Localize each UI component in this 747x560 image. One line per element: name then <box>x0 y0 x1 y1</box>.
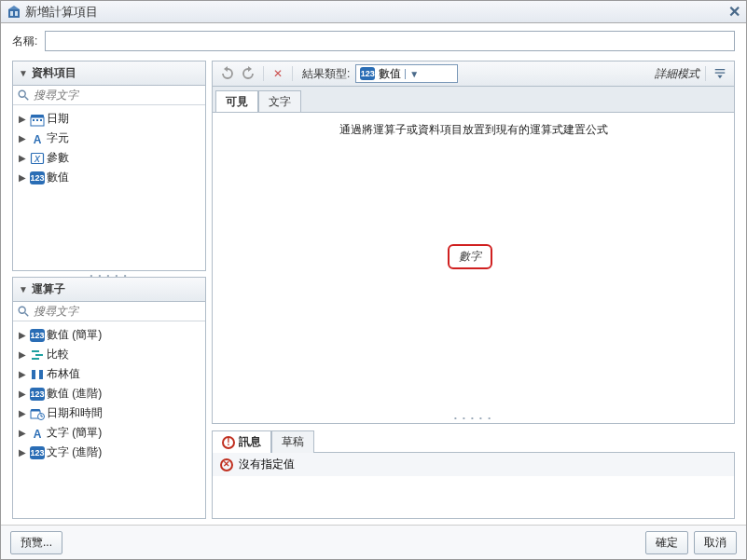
svg-rect-2 <box>15 11 18 16</box>
tree-item-boolean[interactable]: ▶ 布林值 <box>15 364 203 384</box>
separator <box>263 66 264 81</box>
expand-icon: ▶ <box>19 330 28 340</box>
tree-label: 數值 (進階) <box>47 386 102 402</box>
tree-label: 字元 <box>47 130 69 146</box>
svg-line-5 <box>25 97 29 101</box>
operators-search <box>13 302 205 321</box>
tree-label: 比較 <box>47 347 69 362</box>
operators-panel: ▼ 運算子 ▶ 123 數值 (簡單) ▶ 比較 ▶ <box>12 277 206 519</box>
left-column: ▼ 資料項目 ▶ 日期 ▶ A 字元 ▶ <box>12 61 206 519</box>
preview-button[interactable]: 預覽... <box>10 531 62 554</box>
datetime-icon <box>30 406 45 421</box>
close-icon[interactable]: ✕ <box>728 3 740 20</box>
data-items-header[interactable]: ▼ 資料項目 <box>13 61 205 86</box>
toolbar: ✕ 結果類型: 123 數值 ▼ 詳細模式 <box>212 61 735 86</box>
tree-item-date[interactable]: ▶ 日期 <box>15 109 203 129</box>
dropdown-value: 數值 <box>379 66 401 82</box>
tree-item-text-simple[interactable]: ▶ A 文字 (簡單) <box>15 423 203 443</box>
window-title: 新增計算項目 <box>25 4 728 20</box>
message-row[interactable]: ✕ 沒有指定值 <box>213 453 734 476</box>
formula-area[interactable]: 通過將運算子或資料項目放置到現有的運算式建置公式 數字 • • • • • <box>212 112 735 424</box>
numeric-icon: 123 <box>30 328 45 343</box>
tree-label: 文字 (簡單) <box>47 425 102 441</box>
name-row: 名稱: <box>1 23 746 57</box>
svg-rect-20 <box>39 370 43 379</box>
tree-item-numeric[interactable]: ▶ 123 數值 <box>15 168 203 187</box>
tree-item-param[interactable]: ▶ x 參數 <box>15 148 203 168</box>
tree-label: 參數 <box>47 150 69 166</box>
svg-line-15 <box>25 313 29 317</box>
tree-item-num-advanced[interactable]: ▶ 123 數值 (進階) <box>15 384 203 403</box>
messages-list: ✕ 沒有指定值 <box>212 452 735 519</box>
svg-rect-10 <box>40 119 42 121</box>
ok-button[interactable]: 確定 <box>645 531 688 554</box>
search-icon <box>17 305 30 318</box>
search-input[interactable] <box>34 89 201 102</box>
cancel-button[interactable]: 取消 <box>694 531 737 554</box>
expand-icon: ▶ <box>19 349 28 360</box>
separator <box>705 66 706 81</box>
separator <box>292 66 293 81</box>
svg-text:x: x <box>34 152 41 165</box>
numeric-icon: 123 <box>30 171 45 185</box>
result-type-dropdown[interactable]: 123 數值 ▼ <box>355 64 458 83</box>
tree-label: 數值 (簡單) <box>47 327 102 343</box>
formula-placeholder-chip[interactable]: 數字 <box>448 244 492 269</box>
svg-marker-27 <box>224 66 228 72</box>
horizontal-splitter[interactable]: • • • • • <box>213 413 734 423</box>
svg-rect-19 <box>32 370 35 379</box>
panel-title: 運算子 <box>32 281 65 297</box>
result-type-label: 結果類型: <box>302 66 350 82</box>
main-area: ▼ 資料項目 ▶ 日期 ▶ A 字元 ▶ <box>1 57 746 525</box>
redo-button[interactable] <box>241 65 257 82</box>
name-input[interactable] <box>45 31 735 51</box>
svg-text:A: A <box>34 133 42 146</box>
numeric-icon: 123 <box>30 445 45 460</box>
disclosure-icon: ▼ <box>19 284 28 294</box>
tab-label: 訊息 <box>239 434 261 450</box>
tree-label: 日期和時間 <box>47 405 103 421</box>
tree-label: 布林值 <box>47 366 80 382</box>
formula-hint: 通過將運算子或資料項目放置到現有的運算式建置公式 <box>213 113 734 138</box>
svg-rect-1 <box>10 11 13 16</box>
panel-title: 資料項目 <box>32 65 76 81</box>
messages-area: ! 訊息 草稿 ✕ 沒有指定值 <box>212 430 735 519</box>
data-items-panel: ▼ 資料項目 ▶ 日期 ▶ A 字元 ▶ <box>12 61 206 271</box>
tree-item-datetime[interactable]: ▶ 日期和時間 <box>15 403 203 423</box>
char-icon: A <box>30 131 45 146</box>
numeric-icon: 123 <box>360 67 375 80</box>
tree-label: 數值 <box>47 170 69 185</box>
tab-messages[interactable]: ! 訊息 <box>212 430 271 453</box>
formula-tabs: 可見 文字 <box>212 86 735 112</box>
operators-header[interactable]: ▼ 運算子 <box>13 278 205 302</box>
tree-item-num-simple[interactable]: ▶ 123 數值 (簡單) <box>15 325 203 345</box>
numeric-icon: 123 <box>30 387 45 402</box>
tab-text[interactable]: 文字 <box>258 90 301 113</box>
options-button[interactable] <box>712 65 728 82</box>
expand-icon: ▶ <box>19 447 28 458</box>
search-input[interactable] <box>34 305 201 318</box>
svg-marker-3 <box>8 6 20 9</box>
detail-mode-link[interactable]: 詳細模式 <box>655 66 699 82</box>
tree-item-text-advanced[interactable]: ▶ 123 文字 (進階) <box>15 443 203 462</box>
compare-icon <box>30 348 45 362</box>
tab-visible[interactable]: 可見 <box>215 90 258 113</box>
tree-item-compare[interactable]: ▶ 比較 <box>15 345 203 364</box>
tree-label: 文字 (進階) <box>47 444 102 460</box>
svg-marker-31 <box>717 75 722 79</box>
search-icon <box>17 89 30 102</box>
formula-canvas[interactable]: 數字 <box>213 138 734 413</box>
tab-draft[interactable]: 草稿 <box>271 430 314 453</box>
expand-icon: ▶ <box>19 133 28 143</box>
error-icon: ✕ <box>220 458 233 471</box>
tree-label: 日期 <box>47 111 69 127</box>
calendar-icon <box>30 112 45 127</box>
data-items-search <box>13 86 205 105</box>
message-text: 沒有指定值 <box>239 457 295 472</box>
tree-item-char[interactable]: ▶ A 字元 <box>15 129 203 148</box>
expand-icon: ▶ <box>19 428 28 438</box>
delete-button[interactable]: ✕ <box>270 65 286 82</box>
undo-button[interactable] <box>218 65 235 82</box>
svg-text:A: A <box>34 428 42 441</box>
svg-point-14 <box>19 307 25 313</box>
